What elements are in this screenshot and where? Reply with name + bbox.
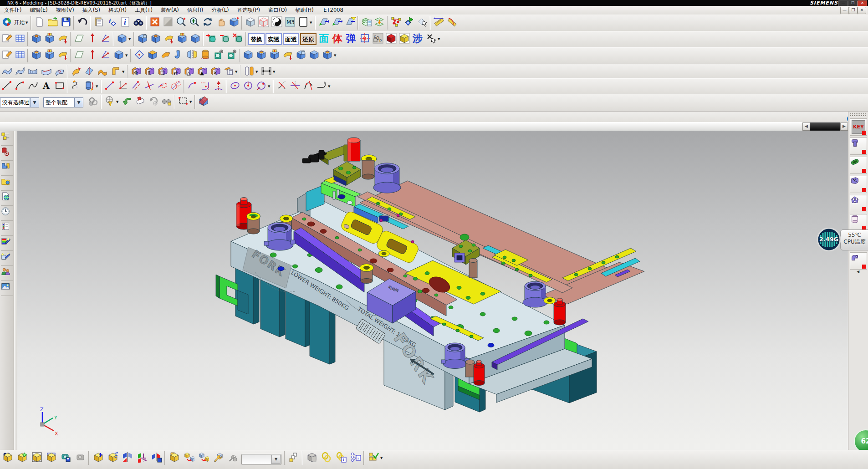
- menu-et2008[interactable]: ET2008: [319, 6, 347, 14]
- skoell-icon[interactable]: [156, 80, 169, 92]
- scroll-left-button[interactable]: ◀: [802, 122, 810, 131]
- fc3-icon[interactable]: [281, 49, 294, 61]
- rpart-tab[interactable]: [1, 162, 13, 176]
- bpgs-icon[interactable]: [168, 452, 181, 467]
- refr-icon[interactable]: [201, 16, 214, 29]
- rcube-icon[interactable]: [257, 16, 270, 29]
- rnav-tab[interactable]: [1, 132, 13, 146]
- palette-tile-tbolt[interactable]: [850, 138, 867, 155]
- skrect-icon[interactable]: [53, 80, 66, 92]
- rpal-tab[interactable]: [1, 222, 13, 236]
- lay-icon[interactable]: [360, 16, 373, 29]
- dropdown-arrow[interactable]: ▼: [334, 49, 338, 61]
- dashrect-icon[interactable]: [177, 95, 189, 108]
- bperp-icon[interactable]: [135, 452, 149, 467]
- surf-icon[interactable]: [0, 65, 13, 78]
- cop-icon[interactable]: cOp: [372, 32, 384, 45]
- scroll-right-button[interactable]: ▶: [840, 122, 848, 131]
- dropdown-arrow[interactable]: ▼: [125, 49, 129, 61]
- fc4-icon[interactable]: [73, 49, 86, 61]
- menu-item-6[interactable]: 装配(A): [157, 6, 183, 15]
- toolbar-char-涉[interactable]: 涉: [411, 32, 424, 45]
- gundo-icon[interactable]: [147, 95, 160, 108]
- surf2-icon[interactable]: [14, 65, 26, 78]
- dropdown-arrow[interactable]: ▼: [122, 65, 126, 78]
- plane-icon[interactable]: [331, 16, 343, 29]
- rfold-tab[interactable]: [1, 177, 13, 191]
- toolbar-button-面透[interactable]: 面透: [283, 33, 299, 45]
- fj-icon[interactable]: [173, 49, 185, 61]
- fmir-icon[interactable]: [186, 49, 199, 61]
- fc6-icon[interactable]: [99, 49, 112, 61]
- toolbar-char-弹[interactable]: 弹: [344, 32, 358, 45]
- skcross-icon[interactable]: [143, 80, 156, 92]
- fc1-icon[interactable]: [30, 49, 43, 61]
- skhel-icon[interactable]: [70, 80, 82, 92]
- tpat-icon[interactable]: [225, 49, 238, 61]
- menu-item-0[interactable]: 文件(F): [0, 6, 26, 15]
- fc6-icon[interactable]: [99, 32, 112, 45]
- selection-filter-combo[interactable]: 没有选择过滤器: [0, 97, 30, 107]
- palette-tile-tslot[interactable]: [850, 157, 867, 174]
- child-close-button[interactable]: ✕: [858, 7, 866, 14]
- fso-icon[interactable]: [159, 49, 172, 61]
- bbin-icon[interactable]: [1, 452, 15, 467]
- surfb-icon[interactable]: [83, 65, 96, 78]
- sync-modeling-icon[interactable]: ✕: [209, 65, 222, 78]
- fc1-icon[interactable]: [30, 32, 43, 45]
- toolbar-button-还原[interactable]: 还原: [300, 33, 317, 45]
- fc7-icon[interactable]: [242, 49, 255, 61]
- syp-icon[interactable]: [222, 65, 235, 78]
- nod-icon[interactable]: [390, 16, 403, 29]
- skell-icon[interactable]: [229, 80, 241, 92]
- rweb-tab[interactable]: [1, 192, 13, 206]
- rul-icon[interactable]: [433, 16, 445, 29]
- bringi-icon[interactable]: i: [334, 452, 348, 467]
- grid-icon[interactable]: [14, 32, 26, 45]
- fc7-icon[interactable]: [308, 49, 321, 61]
- sktr3-icon[interactable]: [302, 80, 315, 92]
- dropdown-arrow[interactable]: ▼: [310, 16, 314, 29]
- menu-item-10[interactable]: 窗口(O): [264, 6, 291, 15]
- sktr1-icon[interactable]: [276, 80, 288, 92]
- rwand2-tab[interactable]: [1, 252, 13, 266]
- skl2-icon[interactable]: [103, 80, 116, 92]
- plane2-icon[interactable]: [344, 16, 357, 29]
- skpar-icon[interactable]: [130, 80, 143, 92]
- skcrn-icon[interactable]: [199, 80, 212, 92]
- skline-icon[interactable]: [0, 80, 13, 92]
- fco-icon[interactable]: [146, 49, 159, 61]
- fc1-icon[interactable]: [149, 32, 162, 45]
- dropdown-arrow[interactable]: ▼: [26, 16, 30, 29]
- fc2-icon[interactable]: [43, 49, 56, 61]
- sync-modeling-icon[interactable]: ⇑: [143, 65, 156, 78]
- fc3-icon[interactable]: [56, 32, 69, 45]
- fades-icon[interactable]: [162, 16, 174, 29]
- bgcube-icon[interactable]: [305, 452, 319, 467]
- lock-icon[interactable]: [87, 95, 100, 108]
- sk2c-icon[interactable]: [169, 80, 182, 92]
- sync-modeling-icon[interactable]: ❐: [156, 65, 169, 78]
- palette-collapse-arrow[interactable]: ◀: [850, 270, 866, 274]
- menu-item-5[interactable]: 工具(T): [131, 6, 157, 15]
- arrangement-combo[interactable]: ▼: [241, 454, 281, 465]
- menu-item-3[interactable]: 插入(S): [78, 6, 104, 15]
- bspark-icon[interactable]: [15, 452, 29, 467]
- btree-icon[interactable]: i: [349, 452, 363, 467]
- fc4-icon[interactable]: [73, 32, 86, 45]
- undo-icon[interactable]: [76, 16, 89, 29]
- dropdown-arrow[interactable]: ▼: [189, 95, 194, 108]
- fc8-icon[interactable]: [136, 32, 149, 45]
- selection-filter-dropdown[interactable]: ▼: [30, 97, 39, 107]
- toolbar-button-实透[interactable]: 实透: [266, 33, 282, 45]
- dropdown-arrow[interactable]: ▼: [116, 95, 120, 108]
- horizontal-scrollbar[interactable]: ◀ ▶: [0, 122, 848, 131]
- tcp-icon[interactable]: [205, 32, 218, 45]
- wrect-icon[interactable]: [297, 16, 310, 29]
- bwrg-icon[interactable]: [226, 452, 240, 467]
- scope-combo[interactable]: 整个装配: [43, 97, 74, 107]
- fc2-icon[interactable]: [268, 49, 281, 61]
- fc5-icon[interactable]: [86, 32, 99, 45]
- bwr-icon[interactable]: [211, 452, 225, 467]
- fc3-icon[interactable]: [56, 49, 69, 61]
